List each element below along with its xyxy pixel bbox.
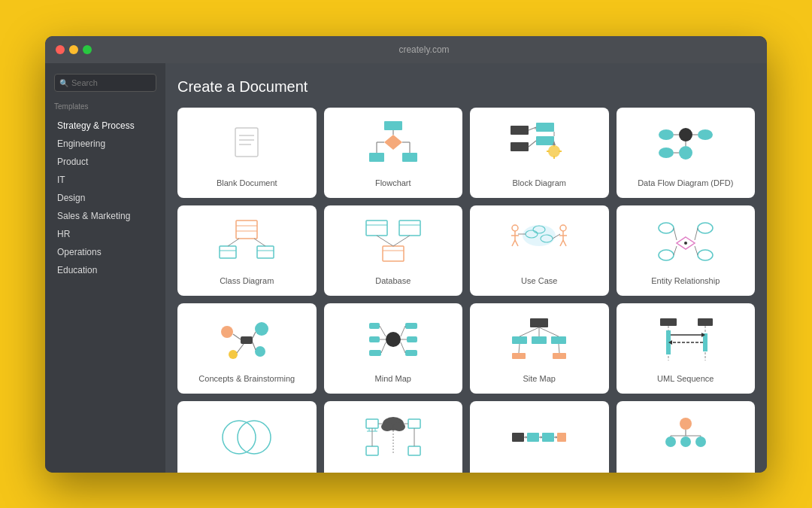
svg-point-80 (221, 326, 233, 338)
search-wrapper: 🔍 (54, 74, 156, 92)
template-label-concepts-brainstorming: Concepts & Brainstorming (198, 374, 295, 383)
svg-line-62 (563, 240, 566, 246)
template-label-site-map: Site Map (523, 374, 556, 383)
svg-marker-5 (384, 135, 402, 150)
svg-line-107 (520, 327, 539, 336)
template-card-site-map[interactable]: Site Map (470, 303, 609, 394)
svg-line-111 (559, 344, 559, 353)
svg-marker-26 (535, 127, 536, 130)
svg-point-17 (548, 145, 560, 157)
svg-rect-7 (402, 153, 417, 162)
template-card-dfd[interactable]: Data Flow Diagram (DFD) (617, 108, 756, 198)
sidebar-item-education[interactable]: Education (54, 261, 156, 279)
template-card-entity-relationship[interactable]: Entity Relationship (617, 205, 756, 296)
template-card-uml-sequence[interactable]: UML Sequence (617, 303, 756, 394)
svg-point-83 (229, 350, 238, 359)
template-card-venn[interactable]: Venn Diagram (177, 401, 317, 473)
svg-line-56 (512, 240, 515, 246)
maximize-button[interactable] (83, 45, 92, 54)
template-label-network: Network Diagram (361, 472, 425, 473)
svg-point-70 (698, 223, 713, 233)
svg-rect-117 (703, 333, 707, 351)
search-icon: 🔍 (59, 78, 68, 87)
url-bar[interactable]: creately.com (92, 44, 756, 55)
minimize-button[interactable] (69, 45, 78, 54)
svg-point-28 (698, 129, 713, 140)
template-label-blank: Blank Document (217, 178, 277, 187)
sidebar-item-operations[interactable]: Operations (54, 243, 156, 261)
template-preview-entity-relationship (624, 214, 748, 270)
svg-line-23 (529, 141, 536, 147)
browser-window: creately.com 🔍 Templates Strategy & Proc… (45, 36, 767, 473)
sidebar-item-strategy[interactable]: Strategy & Process (54, 117, 156, 135)
template-card-class-diagram[interactable]: Class Diagram (177, 205, 317, 296)
template-label-class-diagram: Class Diagram (220, 276, 274, 285)
svg-point-53 (512, 225, 518, 231)
template-card-concepts-brainstorming[interactable]: Concepts & Brainstorming (177, 303, 317, 394)
sidebar-item-it[interactable]: IT (54, 171, 156, 189)
svg-rect-124 (366, 419, 378, 428)
template-card-org-chart[interactable]: Org Chart (617, 401, 756, 473)
svg-point-88 (386, 332, 401, 347)
template-card-block-diagram[interactable]: Block Diagram (470, 108, 609, 198)
svg-line-75 (674, 228, 677, 240)
template-label-flowchart: Flowchart (375, 178, 411, 187)
svg-rect-49 (383, 246, 404, 261)
svg-point-149 (680, 418, 692, 430)
svg-line-43 (228, 239, 239, 246)
svg-rect-140 (527, 433, 539, 442)
template-preview-org-chart (624, 410, 748, 466)
template-preview-uml-sequence (624, 312, 748, 368)
template-card-mind-map[interactable]: Mind Map (324, 303, 463, 394)
sidebar-item-hr[interactable]: HR (54, 225, 156, 243)
template-preview-database (332, 214, 456, 270)
browser-body: 🔍 Templates Strategy & Process Engineeri… (45, 63, 767, 473)
svg-rect-16 (511, 142, 529, 151)
template-label-use-case: Use Case (521, 276, 557, 285)
svg-rect-102 (512, 336, 527, 344)
close-button[interactable] (56, 45, 65, 54)
template-card-database[interactable]: Database (324, 205, 463, 296)
template-label-entity-relationship: Entity Relationship (651, 276, 720, 285)
template-card-flowchart[interactable]: Flowchart (324, 108, 463, 198)
svg-rect-131 (366, 446, 378, 455)
svg-rect-93 (405, 350, 417, 356)
template-card-use-case[interactable]: Use Case (470, 205, 609, 296)
svg-rect-13 (511, 126, 529, 135)
svg-line-99 (401, 342, 405, 353)
sidebar-item-sales[interactable]: Sales & Marketing (54, 207, 156, 225)
template-card-process-flow[interactable]: Process Flow (470, 401, 609, 473)
svg-rect-103 (532, 336, 547, 344)
template-label-process-flow: Process Flow (514, 472, 564, 473)
svg-line-52 (393, 236, 410, 246)
svg-rect-36 (236, 221, 257, 239)
template-card-blank[interactable]: Blank Document (177, 108, 317, 198)
svg-point-152 (695, 437, 706, 447)
search-input[interactable] (54, 74, 156, 92)
sidebar-item-engineering[interactable]: Engineering (54, 135, 156, 153)
svg-point-150 (665, 437, 676, 447)
window-controls (56, 45, 92, 54)
svg-rect-94 (369, 350, 381, 356)
template-label-database: Database (375, 276, 411, 285)
template-preview-blank (185, 117, 309, 172)
sidebar-item-product[interactable]: Product (54, 153, 156, 171)
svg-rect-0 (235, 128, 258, 157)
svg-rect-92 (369, 336, 380, 342)
sidebar-item-design[interactable]: Design (54, 189, 156, 207)
svg-rect-104 (551, 336, 566, 344)
template-card-network[interactable]: Network Diagram (324, 401, 463, 473)
svg-point-27 (659, 129, 674, 140)
svg-line-61 (560, 240, 563, 246)
svg-line-77 (674, 246, 677, 255)
svg-line-76 (695, 228, 698, 240)
svg-line-84 (233, 334, 241, 339)
svg-line-100 (381, 342, 386, 353)
svg-line-78 (695, 246, 698, 255)
svg-point-29 (659, 148, 674, 158)
template-label-dfd: Data Flow Diagram (DFD) (638, 178, 733, 187)
svg-point-123 (238, 421, 271, 454)
svg-rect-113 (698, 318, 713, 326)
svg-line-86 (253, 342, 256, 350)
svg-rect-39 (220, 246, 236, 258)
